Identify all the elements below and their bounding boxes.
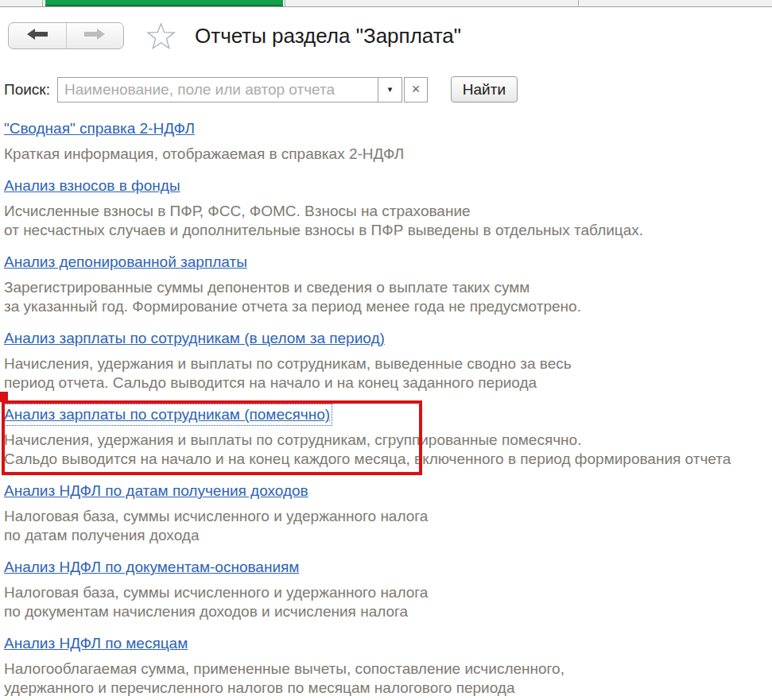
report-item: Анализ взносов в фондыИсчисленные взносы… [4, 177, 772, 240]
report-description-line: Зарегистрированные суммы депонентов и св… [4, 278, 772, 297]
report-description-line: Начисления, удержания и выплаты по сотру… [4, 354, 772, 373]
report-list: "Сводная" справка 2-НДФЛКраткая информац… [4, 120, 772, 698]
report-description-line: от несчастных случаев и дополнительные в… [4, 221, 772, 240]
report-description-line: период отчета. Сальдо выводится на начал… [4, 373, 772, 393]
report-description-line: Налоговая база, суммы исчисленного и уде… [4, 583, 772, 602]
report-description-line: удержанного и перечисленного налогов по … [4, 679, 772, 698]
tab-divider [42, 0, 43, 6]
search-clear-button[interactable]: × [404, 77, 428, 102]
report-link[interactable]: Анализ НДФЛ по датам получения доходов [4, 482, 308, 500]
report-description-line: по датам получения дохода [4, 526, 772, 545]
report-description: Налоговая база, суммы исчисленного и уде… [4, 583, 772, 621]
report-link[interactable]: Анализ взносов в фонды [4, 177, 180, 195]
report-description: Краткая информация, отображаемая в справ… [4, 145, 772, 164]
back-button[interactable] [9, 23, 67, 48]
report-description-line: Исчисленные взносы в ПФР, ФСС, ФОМС. Взн… [4, 202, 772, 221]
forward-arrow-icon [84, 29, 105, 43]
back-arrow-icon [27, 29, 48, 43]
report-description: Начисления, удержания и выплаты по сотру… [4, 431, 772, 469]
report-item: Анализ депонированной зарплатыЗарегистри… [4, 253, 772, 316]
report-link[interactable]: Анализ НДФЛ по месяцам [4, 635, 188, 652]
report-item: "Сводная" справка 2-НДФЛКраткая информац… [4, 120, 772, 164]
report-description: Зарегистрированные суммы депонентов и св… [4, 278, 772, 316]
report-item: Анализ зарплаты по сотрудникам (в целом … [4, 330, 772, 393]
report-link[interactable]: Анализ НДФЛ по документам-основаниям [4, 559, 299, 576]
report-description-line: Начисления, удержания и выплаты по сотру… [4, 431, 772, 450]
report-description: Начисления, удержания и выплаты по сотру… [4, 354, 772, 393]
report-description: Налоговая база, суммы исчисленного и уде… [4, 507, 772, 545]
navigation-row: Отчеты раздела "Зарплата" [8, 21, 772, 50]
report-link[interactable]: Анализ зарплаты по сотрудникам (помесячн… [4, 406, 330, 423]
tab-divider [285, 0, 285, 6]
report-description: Налогооблагаемая сумма, примененные выче… [4, 659, 772, 698]
forward-button[interactable] [67, 23, 124, 48]
chevron-down-icon: ▾ [388, 84, 393, 95]
report-description-line: Краткая информация, отображаемая в справ… [4, 145, 772, 164]
search-label: Поиск: [4, 81, 50, 99]
report-description-line: Сальдо выводится на начало и на конец ка… [4, 450, 772, 469]
tab-divider [578, 0, 579, 6]
report-item: Анализ НДФЛ по документам-основаниямНало… [4, 559, 772, 621]
favorite-star-icon[interactable] [146, 23, 176, 49]
report-description-line: Налоговая база, суммы исчисленного и уде… [4, 507, 772, 526]
report-description-line: по документам начисления доходов и исчис… [4, 602, 772, 621]
search-input[interactable] [58, 78, 378, 102]
report-link[interactable]: Анализ депонированной зарплаты [4, 253, 247, 271]
report-description: Исчисленные взносы в ПФР, ФСС, ФОМС. Взн… [4, 202, 772, 240]
report-item: Анализ НДФЛ по датам получения доходовНа… [4, 482, 772, 545]
page-title: Отчеты раздела "Зарплата" [195, 24, 461, 48]
report-link[interactable]: "Сводная" справка 2-НДФЛ [4, 120, 195, 137]
report-link[interactable]: Анализ зарплаты по сотрудникам (в целом … [4, 330, 385, 347]
search-row: Поиск: ▾ × Найти [4, 76, 772, 102]
close-icon: × [412, 81, 421, 98]
window-tab-strip [0, 0, 772, 7]
search-history-dropdown-button[interactable]: ▾ [378, 78, 402, 102]
report-item: Анализ НДФЛ по месяцамНалогооблагаемая с… [4, 635, 772, 698]
search-box: ▾ [57, 77, 402, 102]
find-button[interactable]: Найти [451, 76, 518, 102]
active-tab-indicator[interactable] [45, 0, 283, 6]
report-description-line: за указанный год. Формирование отчета за… [4, 297, 772, 316]
report-description-line: Налогооблагаемая сумма, примененные выче… [4, 659, 772, 679]
history-nav-group [8, 22, 124, 49]
report-item: Анализ зарплаты по сотрудникам (помесячн… [4, 406, 772, 469]
